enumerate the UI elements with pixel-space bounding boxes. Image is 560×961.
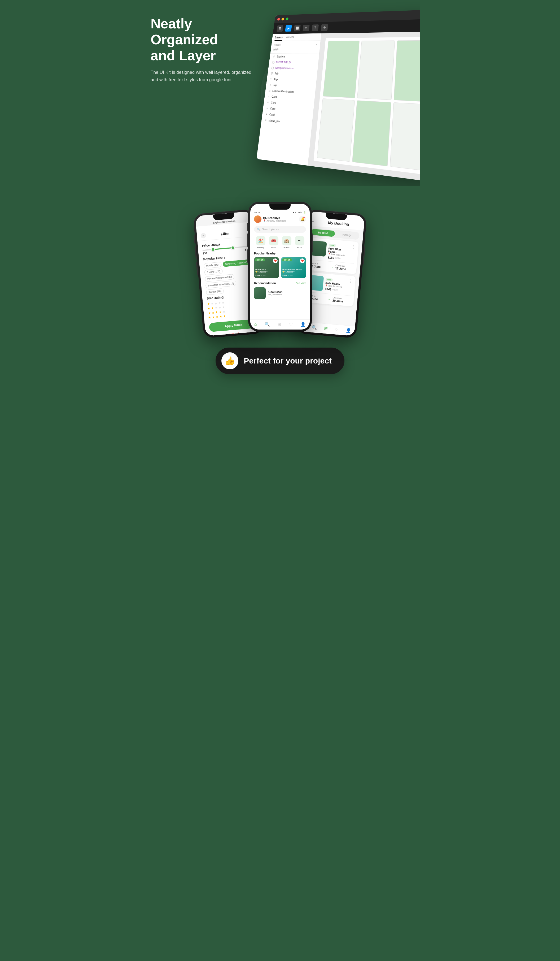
oval-icon: ◯ xyxy=(271,61,275,64)
star-18: ★ xyxy=(215,315,218,319)
nearby-card-nusa[interactable]: 20% off ❤️ ⭐ 4.4 (132) Nusa Penida Beach… xyxy=(281,257,306,278)
star-6: ★ xyxy=(207,307,210,310)
see-more-button[interactable]: See More xyxy=(296,282,306,284)
filter-tag-stars[interactable]: 5 stars (100) xyxy=(204,268,223,275)
nearby-loc-1: Bali, Indonesia xyxy=(255,271,278,273)
nearby-old-price-1: $299 xyxy=(261,275,265,276)
nav-grid-icon[interactable]: ⊞ xyxy=(278,322,281,327)
category-ticket[interactable]: 🎟️ Ticket xyxy=(269,236,278,249)
nearby-name-1: Ubud Villa xyxy=(255,268,278,271)
star-3: ★ xyxy=(215,302,217,305)
figma-body: Layers Assets Pages + Hi-Fi # xyxy=(257,32,420,183)
category-holiday[interactable]: 🏖️ Holiday xyxy=(256,236,265,249)
canvas-frame-6 xyxy=(390,103,420,171)
filter-tag-breakfast[interactable]: Breakfast Included (115) xyxy=(205,280,236,288)
figma-pen-tool[interactable]: ✏ xyxy=(303,25,310,31)
booking-card-info-1: Villa Pura Ulun Danu... 📍 Bali, Indonesi… xyxy=(327,242,350,261)
booking-more-button-1[interactable]: ⋮ xyxy=(351,244,356,249)
hero-title: Neatly Organized and Layer xyxy=(151,16,251,63)
booking-img-1 xyxy=(311,241,327,257)
nav-profile-icon[interactable]: 👤 xyxy=(300,322,306,327)
category-more[interactable]: ⋯ More xyxy=(295,236,304,249)
nearby-info-1: Ubud Villa Bali, Indonesia $248 $299 xyxy=(254,267,279,278)
filter-tag-kitchen[interactable]: Kitchen (10) xyxy=(206,288,224,295)
booking-card-header-1: Villa Pura Ulun Danu... 📍 Bali, Indonesi… xyxy=(310,241,356,261)
user-name: Hi, Brooklye xyxy=(263,216,297,219)
figma-component-tool[interactable]: ❖ xyxy=(321,24,328,31)
booking-dates-1: Check in 12 June → Check out 17 June xyxy=(310,259,354,271)
star-5: ★ xyxy=(222,301,225,305)
nearby-price-1: $248 xyxy=(255,274,260,277)
user-location: 📍 Jakarta, Indonesia xyxy=(263,219,297,222)
phones-section: Explore Destination × Filter Price Range xyxy=(140,186,420,342)
star-11: ★ xyxy=(208,311,211,315)
figma-page-name: Hi-Fi xyxy=(273,48,278,51)
nearby-card-ubud[interactable]: 20% off ❤️ ⭐ 4.4 (132) Ubud Villa Bali, … xyxy=(254,257,279,278)
figma-tab-layers[interactable]: Layers xyxy=(274,36,282,41)
tab-history[interactable]: History xyxy=(335,231,359,239)
figma-mockup: ☰ ▶ ⬜ ✏ T ❖ Layers Assets Pages + xyxy=(257,9,420,183)
traffic-light-red xyxy=(277,18,280,21)
star-2: ★ xyxy=(211,302,214,306)
filter-tag-hotels[interactable]: Hotels (340) xyxy=(204,262,222,269)
user-avatar xyxy=(254,215,262,223)
nav-home-icon[interactable]: ⌂ xyxy=(254,322,257,327)
figma-move-tool[interactable]: ☰ xyxy=(276,25,283,32)
reco-info-kuta: Kuta Beach Bali, Indonesia xyxy=(268,291,306,296)
nav-heart-icon[interactable]: ♡ xyxy=(289,322,293,327)
list-icon: = xyxy=(267,95,270,98)
notification-button[interactable]: 🔔 xyxy=(299,216,306,223)
figma-frame-tool[interactable]: ⬜ xyxy=(294,25,301,32)
checkout-block-2: Check out 20 June xyxy=(332,296,351,304)
figma-select-tool[interactable]: ▶ xyxy=(285,25,292,32)
phone2-btn-power xyxy=(312,233,313,252)
booking-title: My Booking xyxy=(317,219,361,227)
popular-nearby-title: Popular Nearby xyxy=(254,252,276,255)
reco-item-kuta[interactable]: Kuta Beach Bali, Indonesia xyxy=(250,286,310,301)
category-hotels[interactable]: 🏨 Hotels xyxy=(282,236,291,249)
booking-more-button-2[interactable]: ⋮ xyxy=(348,278,353,284)
discount-badge-1: 20% off xyxy=(255,259,265,261)
phone2-btn-vol-up xyxy=(247,233,248,247)
heart-button-2[interactable]: ❤️ xyxy=(300,259,305,263)
heart-button-1[interactable]: ❤️ xyxy=(273,259,278,263)
phone-explore-shell: 19:27 ▲▲ WiFi 🔋 Hi, Brooklye 📍 Jakarta, … xyxy=(248,202,312,332)
list-icon-4: = xyxy=(265,112,268,116)
popular-nearby-header: Popular Nearby xyxy=(250,251,310,256)
price-current-2: $148 xyxy=(325,287,331,291)
booking-nav-grid[interactable]: ⊞ xyxy=(324,326,328,331)
filter-tags: Hotels (340) Swimming Pool (340) 5 stars… xyxy=(204,259,255,295)
star-4: ★ xyxy=(218,301,221,305)
filter-title: Filter xyxy=(221,231,230,236)
phone-btn-vol-up xyxy=(195,246,197,259)
filter-close-button[interactable]: × xyxy=(201,233,206,238)
phone-notch-2 xyxy=(270,204,290,210)
nav-search-icon[interactable]: 🔍 xyxy=(265,322,270,327)
canvas-frame-5 xyxy=(352,100,392,166)
booking-nav-profile[interactable]: 👤 xyxy=(345,328,351,333)
booking-card-header-2: Villa Kuta Beach 📍 Bali, Indonesia $148 … xyxy=(308,275,353,293)
star-20: ★ xyxy=(223,314,226,318)
nearby-name-2: Nusa Penida Beach xyxy=(282,268,305,271)
category-row: 🏖️ Holiday 🎟️ Ticket 🏨 Hotels ⋯ xyxy=(250,235,310,251)
star-15: ★ xyxy=(223,310,225,313)
hero-title-line2: and Layer xyxy=(151,48,216,63)
list-icon-3: = xyxy=(265,106,269,110)
traffic-light-yellow xyxy=(281,18,284,21)
filter-tag-bathroom[interactable]: Private Bathroom (200) xyxy=(205,274,234,282)
search-bar[interactable]: 🔍 Search places... xyxy=(254,226,306,233)
figma-page-item[interactable]: Hi-Fi xyxy=(270,47,320,52)
booking-nav-heart[interactable]: ♡ xyxy=(335,326,339,332)
list-icon-2: = xyxy=(266,101,270,104)
cta-section: 👍 Perfect for your project xyxy=(140,342,420,390)
price-old-1: $299 xyxy=(335,257,341,260)
figma-pages-label: Pages xyxy=(274,43,281,46)
booking-nav-search[interactable]: 🔍 xyxy=(311,325,318,330)
filter-tag-pool[interactable]: Swimming Pool (340) xyxy=(223,259,250,267)
figma-text-tool[interactable]: T xyxy=(311,24,319,31)
phone3-btn-power xyxy=(363,246,365,265)
tab-booked[interactable]: Booked xyxy=(311,229,335,237)
figma-layer-explore[interactable]: # Explore xyxy=(270,54,319,60)
hotels-label: Hotels xyxy=(282,246,291,249)
figma-tab-assets[interactable]: Assets xyxy=(286,35,294,40)
